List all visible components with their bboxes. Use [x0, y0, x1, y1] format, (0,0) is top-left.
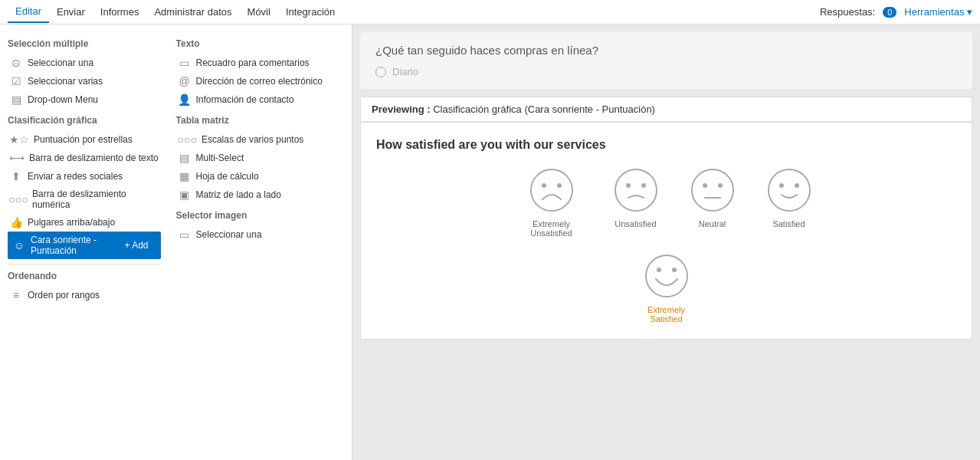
radio-label: Diario: [392, 66, 418, 77]
smiley-item-neutral[interactable]: Neutral: [690, 167, 736, 238]
smiley-icon: ☺: [12, 239, 26, 251]
svg-point-15: [672, 268, 677, 272]
menu-label: Drop-down Menu: [28, 94, 98, 105]
svg-point-2: [557, 183, 562, 188]
very-happy-label: Extremely Satisfied: [636, 305, 697, 324]
nav-movil[interactable]: Móvil: [240, 2, 278, 22]
menu-barra-deslizamiento-texto[interactable]: ⟷ Barra de deslizamiento de texto: [8, 149, 161, 167]
menu-selector-imagen[interactable]: ▭ Seleccionar una: [176, 225, 344, 244]
menu-label: Recuadro para comentarios: [196, 58, 310, 68]
menu-seleccionar-una[interactable]: ⊙ Seleccionar una: [8, 54, 161, 72]
radio-option: Diario: [375, 66, 957, 77]
svg-point-10: [769, 169, 810, 211]
very-sad-face-icon: [529, 167, 575, 213]
menu-label: Barra de deslizamiento numérica: [32, 189, 159, 210]
svg-point-8: [718, 183, 723, 188]
smile-face-icon: [766, 167, 812, 213]
svg-point-5: [641, 183, 646, 188]
main-layout: Selección múltiple ⊙ Seleccionar una ☑ S…: [0, 25, 980, 460]
menu-label: Matriz de lado a lado: [196, 189, 281, 200]
menu-label: Escalas de varios puntos: [202, 134, 303, 145]
menu-correo[interactable]: @ Dirección de correo electrónico: [176, 72, 344, 90]
slider-text-icon: ⟷: [9, 152, 25, 164]
nav-integracion[interactable]: Integración: [278, 2, 343, 22]
smiley-item-satisfied[interactable]: Satisfied: [766, 167, 812, 238]
smiley-item-very-happy[interactable]: Extremely Satisfied: [636, 253, 697, 324]
radio-circle: [375, 67, 386, 77]
menu-orden-rangos[interactable]: ≡ Orden por rangos: [8, 286, 161, 304]
spreadsheet-icon: ▦: [178, 170, 192, 182]
neutral-label: Neutral: [699, 219, 726, 228]
preview-banner: Previewing : Clasificación gráfica (Cara…: [360, 97, 972, 122]
section-seleccion-multiple: Selección múltiple: [8, 38, 161, 49]
right-panel: ¿Qué tan seguido haces compras en línea?…: [352, 25, 980, 460]
menu-matriz-lado[interactable]: ▣ Matriz de lado a lado: [176, 186, 344, 204]
menu-dropdown[interactable]: ▤ Drop-down Menu: [8, 90, 161, 109]
menu-puntuacion-estrellas[interactable]: ★☆ Puntuación por estrellas: [8, 130, 161, 149]
menu-barra-numerica[interactable]: ○○○ Barra de deslizamiento numérica: [8, 186, 161, 213]
respuestas-label: Respuestas:: [820, 6, 875, 18]
menu-cara-sonriente[interactable]: ☺ Cara sonriente - Puntuación + Add: [8, 232, 161, 259]
section-texto: Texto: [176, 38, 344, 49]
left-col-1: Selección múltiple ⊙ Seleccionar una ☑ S…: [0, 32, 169, 304]
list-icon: ≡: [9, 289, 23, 301]
left-panel-cols: Selección múltiple ⊙ Seleccionar una ☑ S…: [0, 32, 352, 304]
herramientas-button[interactable]: Herramientas ▾: [904, 6, 972, 18]
svg-point-13: [646, 255, 687, 297]
menu-hoja-calculo[interactable]: ▦ Hoja de cálculo: [176, 167, 344, 186]
menu-pulgares[interactable]: 👍 Pulgares arriba/abajo: [8, 213, 161, 232]
smiley-item-sad[interactable]: Unsatisfied: [613, 167, 659, 238]
menu-label: Hoja de cálculo: [196, 171, 259, 182]
menu-redes-sociales[interactable]: ⬆ Enviar a redes sociales: [8, 167, 161, 186]
nav-administrar[interactable]: Administrar datos: [146, 2, 239, 22]
banner-value: Clasificación gráfica (Cara sonriente - …: [433, 104, 655, 115]
add-button[interactable]: + Add: [117, 237, 156, 254]
contact-icon: 👤: [178, 94, 192, 106]
menu-label: Puntuación por estrellas: [34, 134, 133, 145]
section-tabla-matriz: Tabla matriz: [176, 115, 344, 126]
top-nav-right: Respuestas: 0 Herramientas ▾: [820, 6, 972, 18]
side-matrix-icon: ▣: [178, 189, 192, 201]
nav-enviar[interactable]: Enviar: [49, 2, 93, 22]
nav-editar[interactable]: Editar: [8, 1, 49, 23]
respuestas-count: 0: [883, 7, 896, 18]
menu-label: Enviar a redes sociales: [28, 171, 123, 182]
menu-contacto[interactable]: 👤 Información de contacto: [176, 90, 344, 109]
svg-point-14: [657, 268, 661, 272]
svg-point-6: [692, 169, 733, 211]
menu-label: Cara sonriente - Puntuación: [31, 235, 110, 256]
email-icon: @: [178, 75, 192, 87]
checkbox-icon: ☑: [9, 75, 23, 87]
neutral-face-icon: [690, 167, 736, 213]
top-navigation: Editar Enviar Informes Administrar datos…: [0, 0, 980, 25]
svg-point-3: [615, 169, 657, 211]
smiley-bottom-row: Extremely Satisfied: [376, 253, 956, 324]
section-ordenando: Ordenando: [8, 271, 161, 281]
share-icon: ⬆: [9, 170, 23, 182]
radio-icon: ⊙: [9, 57, 23, 69]
svg-point-7: [703, 183, 707, 188]
very-happy-face-icon: [644, 253, 690, 299]
left-panel: Selección múltiple ⊙ Seleccionar una ☑ S…: [0, 25, 352, 460]
menu-recuadro[interactable]: ▭ Recuadro para comentarios: [176, 54, 344, 72]
nav-informes[interactable]: Informes: [93, 2, 147, 22]
dropdown-icon: ▤: [9, 94, 23, 106]
menu-label: Seleccionar una: [28, 58, 93, 68]
thumbs-icon: 👍: [9, 216, 23, 228]
sad-face-icon: [613, 167, 659, 213]
preview-question-text: ¿Qué tan seguido haces compras en línea?: [375, 44, 957, 57]
menu-seleccionar-varias[interactable]: ☑ Seleccionar varias: [8, 72, 161, 90]
menu-label: Información de contacto: [196, 94, 294, 105]
scale-icon: ○○○: [178, 133, 197, 146]
very-sad-label: Extremely Unsatisfied: [521, 219, 582, 238]
menu-label: Multi-Select: [196, 153, 244, 163]
smiley-item-very-sad[interactable]: Extremely Unsatisfied: [521, 167, 582, 238]
menu-multiselect[interactable]: ▤ Multi-Select: [176, 149, 344, 167]
left-col-2: Texto ▭ Recuadro para comentarios @ Dire…: [169, 32, 352, 304]
smiley-card: How satisfied are you with our services …: [360, 122, 972, 340]
menu-escalas[interactable]: ○○○ Escalas de varios puntos: [176, 130, 344, 149]
svg-point-1: [542, 183, 546, 188]
svg-point-0: [531, 169, 572, 211]
satisfied-label: Satisfied: [772, 219, 805, 228]
multiselect-icon: ▤: [178, 152, 192, 164]
